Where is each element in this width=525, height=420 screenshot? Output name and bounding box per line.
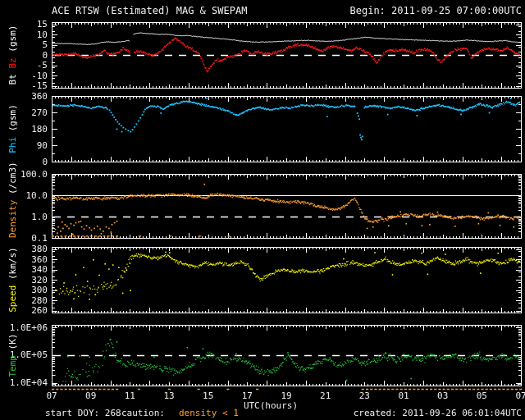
x-tick-label: 23 xyxy=(354,390,375,401)
plot-title: ACE RTSW (Estimated) MAG & SWEPAM xyxy=(52,5,247,16)
y-tick-label: 300 xyxy=(31,285,48,294)
y-tick-label: 320 xyxy=(31,276,48,285)
y-axis-title: Bt Bz (gsm) xyxy=(7,22,19,88)
y-tick-label: 10.0 xyxy=(26,191,48,200)
ace-rtsw-plot-page: { "header": { "title": "ACE RTSW (Estima… xyxy=(0,0,525,420)
footer-caution-value: density < 1 xyxy=(179,408,239,418)
y-tick-label: 15 xyxy=(37,20,48,29)
y-tick-label: -10 xyxy=(31,71,48,80)
footer-start-doy: start DOY: 268 xyxy=(45,408,121,418)
plot-canvas xyxy=(0,0,525,420)
y-axis-title: Density (/cm3) xyxy=(7,174,19,238)
x-tick-label: 05 xyxy=(471,390,492,401)
y-tick-label: 0.1 xyxy=(31,234,48,243)
y-tick-label: 260 xyxy=(31,306,48,315)
y-tick-label: 360 xyxy=(31,255,48,264)
y-axis-title-part: Density xyxy=(7,194,18,238)
y-axis-title-part: (/cm3) xyxy=(7,162,18,194)
y-axis-title-part: (km/s) xyxy=(7,247,18,280)
y-axis-title-part: Temp xyxy=(7,349,18,377)
y-tick-label: 0 xyxy=(42,51,48,60)
y-tick-label: 5 xyxy=(42,40,48,49)
x-tick-label: 09 xyxy=(80,390,102,401)
y-tick-label: 100.0 xyxy=(21,170,48,179)
y-tick-label: 1.0 xyxy=(31,212,48,221)
y-tick-label: 180 xyxy=(31,125,48,134)
y-axis-title-part: Bt xyxy=(7,69,18,85)
x-tick-label: 01 xyxy=(393,390,414,401)
y-axis-title: Temp (K) xyxy=(7,325,19,386)
x-axis-title: UTC(hours) xyxy=(235,400,307,411)
y-tick-label: 0 xyxy=(42,158,48,167)
x-tick-label: 21 xyxy=(315,390,336,401)
y-axis-title: Speed (km/s) xyxy=(7,247,19,313)
y-tick-label: 340 xyxy=(31,265,48,274)
y-axis-title: Phi (gsm) xyxy=(7,96,19,162)
y-tick-label: -5 xyxy=(37,61,48,70)
y-tick-label: 380 xyxy=(31,244,48,253)
y-axis-title-part: Bz xyxy=(7,52,18,69)
y-tick-label: 360 xyxy=(31,92,48,101)
begin-timestamp: Begin: 2011-09-25 07:00:00UTC xyxy=(349,5,522,16)
y-tick-label: 90 xyxy=(37,141,48,150)
footer-created-timestamp: created: 2011-09-26 06:01:04UTC xyxy=(354,408,522,418)
x-tick-label: 15 xyxy=(198,390,219,401)
y-tick-label: -15 xyxy=(31,81,48,90)
x-tick-label: 03 xyxy=(432,390,454,401)
y-axis-title-part: (K) xyxy=(7,334,18,350)
y-tick-label: 280 xyxy=(31,296,48,305)
x-tick-label: 07 xyxy=(41,390,62,401)
y-axis-title-part: (gsm) xyxy=(7,25,18,52)
y-axis-title-part: Phi xyxy=(7,131,18,153)
y-tick-label: 270 xyxy=(31,108,48,117)
y-axis-title-part: (gsm) xyxy=(7,104,18,131)
footer-caution-label: caution: xyxy=(121,408,165,418)
x-tick-label: 13 xyxy=(158,390,180,401)
x-tick-label: 11 xyxy=(119,390,140,401)
y-axis-title-part: Speed xyxy=(7,280,18,313)
y-tick-label: 10 xyxy=(37,30,48,39)
x-tick-label: 07 xyxy=(510,390,525,401)
